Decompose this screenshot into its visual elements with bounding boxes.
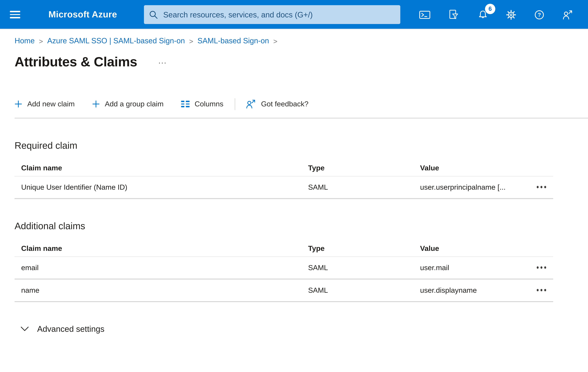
breadcrumb-saml-signon-link[interactable]: SAML-based Sign-on [198, 37, 269, 45]
help-button[interactable]: ? [530, 5, 548, 24]
required-claim-table: Claim name Type Value Unique User Identi… [15, 160, 553, 199]
help-icon: ? [534, 9, 545, 20]
claim-name-cell: name [15, 286, 308, 294]
add-group-claim-button[interactable]: Add a group claim [92, 100, 164, 108]
title-row: Attributes & Claims [15, 51, 588, 72]
table-row: email SAML user.mail [15, 257, 553, 279]
breadcrumb-app-link[interactable]: Azure SAML SSO | SAML-based Sign-on [47, 37, 185, 45]
top-bar: Microsoft Azure [0, 0, 588, 29]
brand-title: Microsoft Azure [48, 0, 117, 29]
directory-filter-icon [448, 9, 458, 20]
feedback-person-icon [562, 9, 573, 20]
search-input[interactable] [162, 10, 395, 20]
hamburger-icon [10, 11, 20, 18]
claim-name-cell: Unique User Identifier (Name ID) [15, 183, 308, 191]
feedback-button[interactable] [558, 5, 577, 24]
chevron-down-icon [21, 327, 29, 331]
cloud-shell-icon [419, 10, 430, 20]
got-feedback-button[interactable]: Got feedback? [246, 99, 308, 109]
advanced-settings-label: Advanced settings [37, 324, 105, 334]
claim-type-cell: SAML [308, 183, 420, 191]
gear-icon [505, 9, 516, 20]
got-feedback-label: Got feedback? [261, 100, 308, 108]
settings-button[interactable] [502, 5, 520, 24]
add-new-claim-button[interactable]: Add new claim [15, 100, 75, 108]
additional-claims-table: Claim name Type Value email SAML user.ma… [15, 240, 553, 302]
search-icon [149, 10, 158, 19]
plus-icon [15, 100, 22, 108]
table-header-row: Claim name Type Value [15, 240, 553, 257]
claim-value-cell: user.userprincipalname [... [420, 183, 505, 191]
claim-name-cell: email [15, 263, 308, 272]
row-more-button[interactable] [534, 184, 549, 191]
row-more-button[interactable] [534, 264, 549, 271]
row-more-button[interactable] [534, 287, 549, 294]
additional-claims-heading: Additional claims [15, 221, 588, 231]
azure-portal-window: Microsoft Azure [0, 0, 588, 372]
columns-button[interactable]: Columns [181, 100, 223, 108]
global-search [144, 5, 400, 24]
directory-filter-button[interactable] [444, 5, 462, 24]
columns-icon [181, 101, 189, 107]
toolbar-divider [235, 98, 235, 110]
table-row: Unique User Identifier (Name ID) SAML us… [15, 176, 553, 199]
column-header-type: Type [308, 164, 420, 172]
breadcrumb-chevron-icon: > [189, 37, 193, 45]
column-header-claim-name: Claim name [15, 244, 308, 253]
claim-value-cell: user.mail [420, 263, 449, 272]
plus-icon [92, 100, 100, 108]
required-claim-heading: Required claim [15, 140, 588, 151]
add-new-claim-label: Add new claim [27, 100, 75, 108]
breadcrumb-chevron-icon: > [273, 37, 277, 45]
page-context-menu-button[interactable] [157, 61, 168, 65]
table-row: name SAML user.displayname [15, 279, 553, 302]
advanced-settings-toggle[interactable]: Advanced settings [21, 324, 105, 334]
page-title: Attributes & Claims [15, 54, 137, 69]
notification-badge: 6 [485, 4, 495, 14]
breadcrumb-home-link[interactable]: Home [15, 37, 35, 45]
breadcrumb: Home > Azure SAML SSO | SAML-based Sign-… [15, 37, 588, 45]
claim-type-cell: SAML [308, 263, 420, 272]
claim-value-cell: user.displayname [420, 286, 477, 294]
svg-text:?: ? [537, 11, 541, 18]
column-header-value: Value [420, 164, 553, 172]
notifications-button[interactable]: 6 [473, 5, 492, 24]
feedback-person-icon [246, 99, 256, 109]
cloud-shell-button[interactable] [415, 5, 434, 24]
toolbar-rule [15, 118, 588, 118]
breadcrumb-chevron-icon: > [39, 37, 43, 45]
claim-type-cell: SAML [308, 286, 420, 294]
column-header-type: Type [308, 244, 420, 253]
column-header-claim-name: Claim name [15, 164, 308, 172]
command-bar: Add new claim Add a group claim Columns [15, 96, 588, 112]
columns-label: Columns [195, 100, 223, 108]
add-group-claim-label: Add a group claim [105, 100, 164, 108]
hamburger-menu-button[interactable] [6, 5, 24, 24]
table-header-row: Claim name Type Value [15, 160, 553, 176]
column-header-value: Value [420, 244, 553, 253]
